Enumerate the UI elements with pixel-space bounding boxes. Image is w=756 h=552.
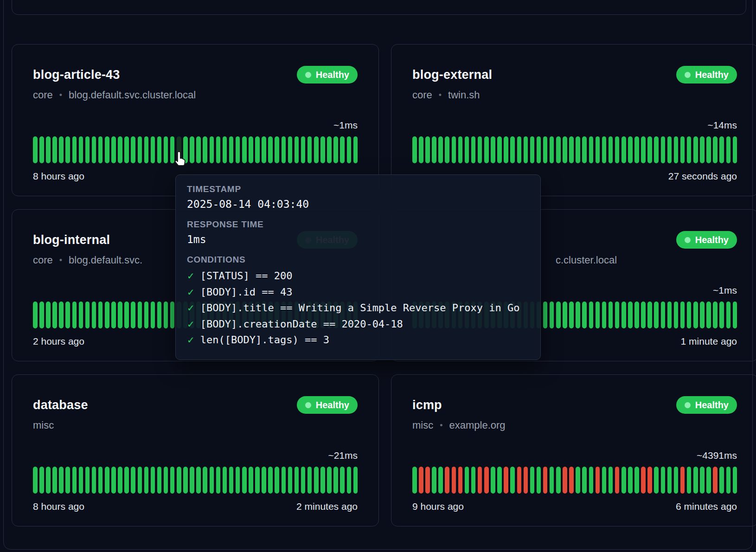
uptime-bar-success[interactable]: [661, 136, 666, 163]
uptime-bar-success[interactable]: [609, 467, 613, 494]
uptime-bar-success[interactable]: [497, 136, 502, 163]
uptime-bar-success[interactable]: [255, 467, 260, 494]
uptime-bar-success[interactable]: [706, 467, 711, 494]
uptime-bar-success[interactable]: [687, 136, 692, 163]
uptime-bar-success[interactable]: [144, 467, 149, 494]
uptime-bar-success[interactable]: [432, 136, 436, 163]
uptime-bar-success[interactable]: [641, 136, 646, 163]
uptime-bar-failure[interactable]: [641, 467, 646, 494]
uptime-bar-success[interactable]: [249, 467, 253, 494]
uptime-bar-success[interactable]: [340, 136, 345, 163]
uptime-bar-success[interactable]: [347, 467, 352, 494]
uptime-bar-failure[interactable]: [615, 467, 620, 494]
uptime-bar-success[interactable]: [543, 136, 548, 163]
endpoint-card-blog-external[interactable]: blog-external Healthy core • twin.sh ~14…: [391, 44, 756, 196]
uptime-bar-success[interactable]: [46, 136, 51, 163]
uptime-bar-success[interactable]: [98, 136, 103, 163]
uptime-bar-success[interactable]: [46, 467, 51, 494]
uptime-bar-success[interactable]: [111, 136, 116, 163]
uptime-bar-success[interactable]: [262, 467, 266, 494]
uptime-bar-success[interactable]: [157, 136, 162, 163]
uptime-bar-success[interactable]: [111, 467, 116, 494]
uptime-bar-success[interactable]: [524, 136, 528, 163]
uptime-bar-success[interactable]: [713, 302, 718, 328]
uptime-bar-success[interactable]: [216, 136, 221, 163]
uptime-bar-success[interactable]: [249, 136, 253, 163]
uptime-bar-success[interactable]: [138, 302, 142, 328]
uptime-bar-success[interactable]: [628, 467, 633, 494]
uptime-bar-success[interactable]: [602, 467, 607, 494]
uptime-bar-success[interactable]: [700, 302, 705, 328]
uptime-bar-success[interactable]: [726, 302, 731, 328]
uptime-bar-success[interactable]: [667, 136, 672, 163]
uptime-bar-success[interactable]: [183, 136, 188, 163]
uptime-bar-success[interactable]: [52, 136, 57, 163]
uptime-bar-success[interactable]: [275, 467, 279, 494]
uptime-bar-success[interactable]: [216, 467, 221, 494]
uptime-bar-success[interactable]: [262, 136, 266, 163]
uptime-bar-success[interactable]: [647, 136, 652, 163]
uptime-bar-success[interactable]: [719, 467, 724, 494]
uptime-bar-success[interactable]: [131, 302, 135, 328]
uptime-bar-success[interactable]: [98, 467, 103, 494]
uptime-bar-success[interactable]: [124, 302, 129, 328]
uptime-bar-success[interactable]: [596, 302, 600, 328]
uptime-bar-success[interactable]: [295, 136, 299, 163]
uptime-bar-success[interactable]: [537, 136, 541, 163]
uptime-bar-success[interactable]: [242, 136, 247, 163]
uptime-bar-success[interactable]: [33, 302, 38, 328]
uptime-bar-success[interactable]: [295, 467, 299, 494]
uptime-bar-success[interactable]: [654, 136, 659, 163]
uptime-bar-success[interactable]: [550, 136, 554, 163]
uptime-bar-success[interactable]: [530, 467, 535, 494]
uptime-bar-success[interactable]: [314, 467, 319, 494]
uptime-bar-success[interactable]: [33, 467, 38, 494]
uptime-bar-success[interactable]: [268, 467, 273, 494]
uptime-bar-success[interactable]: [674, 136, 679, 163]
uptime-bar-success[interactable]: [177, 136, 181, 163]
uptime-bar-failure[interactable]: [596, 467, 600, 494]
uptime-bar-success[interactable]: [210, 136, 214, 163]
uptime-bar-success[interactable]: [497, 467, 502, 494]
uptime-bar-success[interactable]: [39, 302, 44, 328]
uptime-bar-success[interactable]: [353, 467, 358, 494]
uptime-bar-failure[interactable]: [517, 467, 522, 494]
uptime-bar-success[interactable]: [602, 136, 607, 163]
uptime-bar-success[interactable]: [700, 467, 705, 494]
uptime-bar-success[interactable]: [170, 467, 175, 494]
uptime-bar-success[interactable]: [596, 136, 600, 163]
uptime-bar-success[interactable]: [105, 302, 109, 328]
uptime-bar-success[interactable]: [144, 302, 149, 328]
uptime-bar-success[interactable]: [52, 302, 57, 328]
uptime-bar-success[interactable]: [105, 467, 109, 494]
uptime-bar-success[interactable]: [157, 302, 162, 328]
uptime-bar-success[interactable]: [419, 136, 423, 163]
uptime-bar-success[interactable]: [72, 136, 77, 163]
uptime-bar-failure[interactable]: [569, 467, 574, 494]
uptime-bar-success[interactable]: [550, 302, 554, 328]
uptime-bar-success[interactable]: [327, 136, 332, 163]
uptime-bar-failure[interactable]: [524, 467, 528, 494]
uptime-bar-success[interactable]: [674, 467, 679, 494]
uptime-bar-success[interactable]: [46, 302, 51, 328]
uptime-bar-success[interactable]: [465, 136, 469, 163]
uptime-bar-success[interactable]: [647, 302, 652, 328]
uptime-bar-success[interactable]: [65, 136, 70, 163]
uptime-bar-success[interactable]: [615, 136, 620, 163]
uptime-bar-success[interactable]: [491, 136, 495, 163]
uptime-bar-success[interactable]: [661, 467, 666, 494]
uptime-bar-success[interactable]: [628, 136, 633, 163]
uptime-bar-success[interactable]: [693, 302, 698, 328]
uptime-bar-success[interactable]: [170, 136, 175, 163]
uptime-bar-success[interactable]: [301, 467, 306, 494]
uptime-bar-success[interactable]: [693, 467, 698, 494]
uptime-bar-success[interactable]: [308, 136, 312, 163]
uptime-bar-success[interactable]: [203, 136, 207, 163]
uptime-bar-success[interactable]: [438, 467, 443, 494]
uptime-bar-success[interactable]: [320, 136, 325, 163]
uptime-bar-success[interactable]: [412, 136, 417, 163]
uptime-bar-success[interactable]: [79, 302, 83, 328]
uptime-bar-success[interactable]: [210, 467, 214, 494]
uptime-bar-success[interactable]: [308, 467, 312, 494]
uptime-bar-success[interactable]: [72, 467, 77, 494]
